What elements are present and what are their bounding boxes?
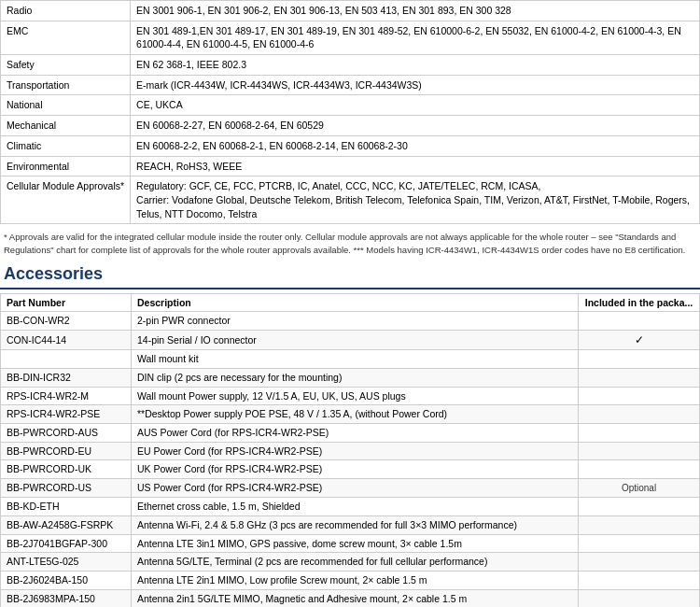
standard-category: Climatic [1, 135, 131, 156]
accessory-part: BB-2J7041BGFAP-300 [1, 534, 132, 553]
table-row: ANT-LTE5G-025Antenna 5G/LTE, Terminal (2… [1, 553, 700, 572]
accessory-desc: 14-pin Serial / IO connector [132, 330, 579, 350]
page-container: RadioEN 3001 906-1, EN 301 906-2, EN 301… [0, 0, 700, 607]
accessory-part: CON-IC44-14 [1, 330, 132, 350]
standard-value: EN 60068-2-2, EN 60068-2-1, EN 60068-2-1… [131, 135, 700, 156]
accessory-desc: **Desktop Power supply POE PSE, 48 V / 1… [132, 405, 579, 424]
table-row: BB-PWRCORD-USUS Power Cord (for RPS-ICR4… [1, 479, 700, 498]
accessories-table: Part Number Description Included in the … [0, 293, 700, 607]
accessory-included [579, 405, 700, 424]
accessory-desc: Antenna LTE 2in1 MIMO, Low profile Screw… [132, 571, 579, 589]
accessory-included [579, 515, 700, 534]
standard-value: EN 62 368-1, IEEE 802.3 [131, 55, 700, 76]
accessory-desc: UK Power Cord (for RPS-ICR4-WR2-PSE) [132, 460, 579, 479]
standard-value: EN 60068-2-27, EN 60068-2-64, EN 60529 [131, 116, 700, 136]
standard-value: EN 3001 906-1, EN 301 906-2, EN 301 906-… [131, 1, 700, 21]
table-row: Wall mount kit [1, 350, 700, 369]
standard-value: E-mark (ICR-4434W, ICR-4434WS, ICR-4434W… [131, 75, 700, 95]
accessory-included [579, 442, 700, 460]
standard-category: Radio [1, 1, 131, 21]
col-header-part: Part Number [1, 293, 132, 311]
table-row: BB-CON-WR22-pin PWR connector [1, 311, 700, 330]
accessory-desc: Wall mount Power supply, 12 V/1.5 A, EU,… [132, 387, 579, 405]
standard-category: EMC [1, 21, 131, 54]
accessory-included: Optional [579, 479, 700, 498]
accessory-desc: AUS Power Cord (for RPS-ICR4-WR2-PSE) [132, 424, 579, 443]
table-row: BB-PWRCORD-EUEU Power Cord (for RPS-ICR4… [1, 442, 700, 460]
accessory-included [579, 311, 700, 330]
accessory-desc: Antenna 5G/LTE, Terminal (2 pcs are reco… [132, 553, 579, 572]
col-header-included: Included in the packa... [579, 293, 700, 311]
accessory-included [579, 589, 700, 607]
accessory-included [579, 387, 700, 405]
standard-category: National [1, 95, 131, 116]
accessory-included [579, 534, 700, 553]
accessory-included [579, 571, 700, 589]
accessory-included [579, 369, 700, 388]
accessory-part: BB-PWRCORD-EU [1, 442, 132, 460]
standard-value: Regulatory: GCF, CE, FCC, PTCRB, IC, Ana… [131, 176, 700, 224]
accessory-part: BB-KD-ETH [1, 498, 132, 516]
accessory-part: BB-2J6024BA-150 [1, 571, 132, 589]
standard-category: Mechanical [1, 116, 131, 136]
accessory-included [579, 460, 700, 479]
table-row: RPS-ICR4-WR2-PSE**Desktop Power supply P… [1, 405, 700, 424]
standard-category: Environmental [1, 156, 131, 176]
standard-value: CE, UKCA [131, 95, 700, 116]
col-header-desc: Description [132, 293, 579, 311]
accessory-desc: Antenna 2in1 5G/LTE MIMO, Magnetic and A… [132, 589, 579, 607]
accessory-desc: Wall mount kit [132, 350, 579, 369]
accessory-part: ANT-LTE5G-025 [1, 553, 132, 572]
accessory-part: RPS-ICR4-WR2-M [1, 387, 132, 405]
accessory-part: BB-PWRCORD-US [1, 479, 132, 498]
accessory-included [579, 350, 700, 369]
accessory-desc: Antenna Wi-Fi, 2.4 & 5.8 GHz (3 pcs are … [132, 515, 579, 534]
accessory-desc: DIN clip (2 pcs are necessary for the mo… [132, 369, 579, 388]
accessory-included [579, 553, 700, 572]
accessory-desc: US Power Cord (for RPS-ICR4-WR2-PSE) [132, 479, 579, 498]
accessory-desc: Ethernet cross cable, 1.5 m, Shielded [132, 498, 579, 516]
accessory-included [579, 424, 700, 443]
table-row: CON-IC44-1414-pin Serial / IO connector✓ [1, 330, 700, 350]
accessories-title: Accessories [0, 259, 700, 289]
table-row: BB-KD-ETHEthernet cross cable, 1.5 m, Sh… [1, 498, 700, 516]
table-row: BB-2J7041BGFAP-300Antenna LTE 3in1 MIMO,… [1, 534, 700, 553]
table-row: BB-DIN-ICR32DIN clip (2 pcs are necessar… [1, 369, 700, 388]
accessory-part: BB-AW-A2458G-FSRPK [1, 515, 132, 534]
accessory-part [1, 350, 132, 369]
accessory-desc: EU Power Cord (for RPS-ICR4-WR2-PSE) [132, 442, 579, 460]
table-row: BB-2J6024BA-150Antenna LTE 2in1 MIMO, Lo… [1, 571, 700, 589]
accessory-desc: Antenna LTE 3in1 MIMO, GPS passive, dome… [132, 534, 579, 553]
accessory-included: ✓ [579, 330, 700, 350]
accessory-desc: 2-pin PWR connector [132, 311, 579, 330]
table-row: BB-2J6983MPA-150Antenna 2in1 5G/LTE MIMO… [1, 589, 700, 607]
standard-category: Cellular Module Approvals* [1, 176, 131, 224]
accessory-part: BB-PWRCORD-UK [1, 460, 132, 479]
standard-value: EN 301 489-1,EN 301 489-17, EN 301 489-1… [131, 21, 700, 54]
accessory-part: RPS-ICR4-WR2-PSE [1, 405, 132, 424]
accessory-part: BB-CON-WR2 [1, 311, 132, 330]
accessory-part: BB-2J6983MPA-150 [1, 589, 132, 607]
standard-value: REACH, RoHS3, WEEE [131, 156, 700, 176]
table-row: BB-PWRCORD-UKUK Power Cord (for RPS-ICR4… [1, 460, 700, 479]
accessory-part: BB-PWRCORD-AUS [1, 424, 132, 443]
accessory-part: BB-DIN-ICR32 [1, 369, 132, 388]
accessory-included [579, 498, 700, 516]
footnote: * Approvals are valid for the integrated… [0, 228, 700, 259]
table-row: BB-AW-A2458G-FSRPKAntenna Wi-Fi, 2.4 & 5… [1, 515, 700, 534]
table-row: RPS-ICR4-WR2-MWall mount Power supply, 1… [1, 387, 700, 405]
table-row: BB-PWRCORD-AUSAUS Power Cord (for RPS-IC… [1, 424, 700, 443]
standard-category: Safety [1, 55, 131, 76]
standard-category: Transportation [1, 75, 131, 95]
standards-table: RadioEN 3001 906-1, EN 301 906-2, EN 301… [0, 0, 700, 224]
